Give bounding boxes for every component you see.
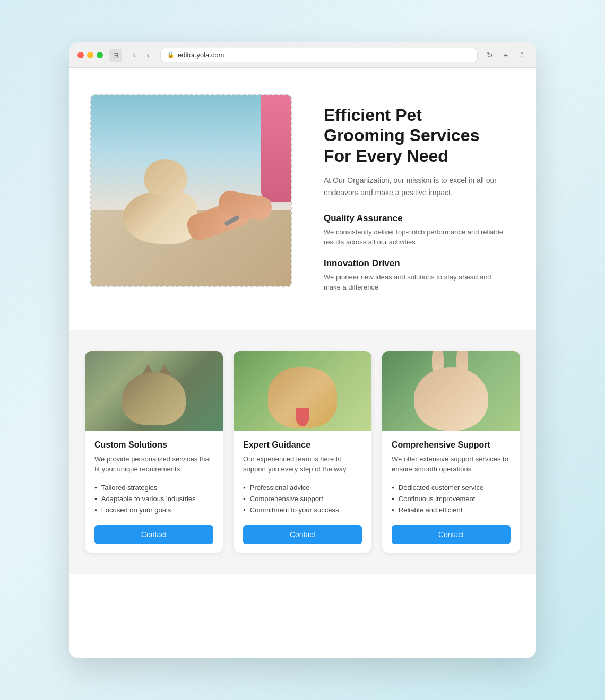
card-custom-title: Custom Solutions — [94, 440, 213, 450]
cat-head — [144, 159, 187, 196]
hero-title: Efficient Pet Grooming Services For Ever… — [324, 105, 504, 166]
card-support-desc: We offer extensive support services to e… — [392, 454, 511, 475]
list-item: Continuous improvement — [392, 493, 511, 504]
rabbit-face — [414, 367, 488, 431]
card-custom-body: Custom Solutions We provide personalized… — [85, 431, 223, 553]
cards-grid: Custom Solutions We provide personalized… — [85, 351, 520, 553]
reload-icon: ↻ — [487, 51, 493, 59]
feature-quality-desc: We consistently deliver top-notch perfor… — [324, 227, 504, 248]
share-icon: ⤴ — [520, 51, 523, 59]
list-item: Adaptable to various industries — [94, 493, 213, 504]
hero-text: Efficient Pet Grooming Services For Ever… — [324, 94, 504, 303]
sidebar-icon: ⊟ — [113, 51, 118, 59]
card-custom-solutions: Custom Solutions We provide personalized… — [85, 351, 223, 553]
back-button[interactable]: ‹ — [128, 49, 140, 61]
list-item: Tailored strategies — [94, 482, 213, 493]
back-icon: ‹ — [133, 51, 136, 59]
list-item: Professional advice — [243, 482, 362, 493]
card-support-list: Dedicated customer service Continuous im… — [392, 482, 511, 515]
feature-innovation: Innovation Driven We pioneer new ideas a… — [324, 258, 504, 293]
cards-section: Custom Solutions We provide personalized… — [69, 330, 536, 574]
nav-buttons: ‹ › — [128, 49, 154, 61]
address-bar[interactable]: 🔒 editor.yola.com — [160, 48, 478, 62]
card-support-body: Comprehensive Support We offer extensive… — [382, 431, 520, 553]
cat-body — [123, 191, 197, 244]
maximize-button[interactable] — [97, 52, 103, 58]
browser-chrome: ⊟ ‹ › 🔒 editor.yola.com ↻ + ⤴ — [69, 42, 536, 68]
close-button[interactable] — [77, 52, 84, 58]
feature-quality: Quality Assurance We consistently delive… — [324, 213, 504, 248]
list-item: Comprehensive support — [243, 493, 362, 504]
hero-subtitle: At Our Organization, our mission is to e… — [324, 174, 504, 198]
share-button[interactable]: ⤴ — [516, 49, 528, 61]
card-custom-list: Tailored strategies Adaptable to various… — [94, 482, 213, 515]
card-expert-desc: Our experienced team is here to support … — [243, 454, 362, 475]
card-expert-guidance: Expert Guidance Our experienced team is … — [234, 351, 371, 553]
forward-icon: › — [147, 51, 150, 59]
forward-button[interactable]: › — [142, 49, 154, 61]
card-custom-desc: We provide personalized services that fi… — [94, 454, 213, 475]
card-comprehensive-support: Comprehensive Support We offer extensive… — [382, 351, 520, 553]
card-expert-body: Expert Guidance Our experienced team is … — [234, 431, 371, 553]
card-expert-list: Professional advice Comprehensive suppor… — [243, 482, 362, 515]
hero-image-container — [90, 94, 292, 287]
contact-button-custom[interactable]: Contact — [94, 525, 213, 544]
hero-section: Efficient Pet Grooming Services For Ever… — [69, 68, 536, 330]
card-support-title: Comprehensive Support — [392, 440, 511, 450]
page-content: Efficient Pet Grooming Services For Ever… — [69, 68, 536, 658]
list-item: Reliable and efficient — [392, 504, 511, 515]
card-expert-title: Expert Guidance — [243, 440, 362, 450]
lock-icon: 🔒 — [167, 51, 175, 58]
feature-quality-title: Quality Assurance — [324, 213, 504, 224]
groomer-shirt — [261, 95, 292, 202]
sidebar-toggle[interactable]: ⊟ — [109, 49, 122, 62]
hero-image — [91, 95, 292, 286]
browser-window: ⊟ ‹ › 🔒 editor.yola.com ↻ + ⤴ — [69, 42, 536, 658]
cat-face — [122, 372, 186, 425]
feature-innovation-desc: We pioneer new ideas and solutions to st… — [324, 272, 504, 293]
dog-tongue — [296, 408, 309, 426]
browser-actions: ↻ + ⤴ — [484, 49, 528, 61]
card-rabbit-image — [382, 351, 520, 431]
card-cat-image — [85, 351, 223, 431]
list-item: Dedicated customer service — [392, 482, 511, 493]
feature-innovation-title: Innovation Driven — [324, 258, 504, 269]
card-dog-image — [234, 351, 371, 431]
contact-button-support[interactable]: Contact — [392, 525, 511, 544]
contact-button-expert[interactable]: Contact — [243, 525, 362, 544]
add-icon: + — [504, 51, 508, 59]
list-item: Commitment to your success — [243, 504, 362, 515]
reload-button[interactable]: ↻ — [484, 49, 496, 61]
grooming-scene — [91, 95, 292, 286]
add-tab-button[interactable]: + — [500, 49, 512, 61]
traffic-lights — [77, 52, 103, 58]
url-text: editor.yola.com — [178, 51, 224, 59]
list-item: Focused on your goals — [94, 504, 213, 515]
minimize-button[interactable] — [87, 52, 93, 58]
